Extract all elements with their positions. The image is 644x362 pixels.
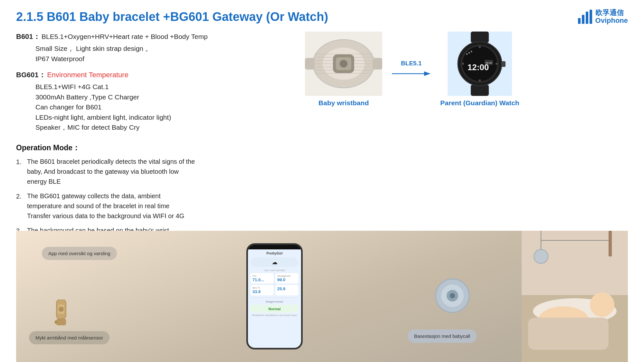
svg-rect-18: [471, 32, 489, 43]
ble-label: BLE5.1: [401, 60, 421, 67]
op-text-2: The BG601 gateway collects the data, amb…: [27, 191, 184, 221]
logo-text: 欧孚通信 Oviphone: [595, 9, 628, 24]
bracelet-image: [305, 32, 382, 96]
bracelet-device-item: Baby wristband: [305, 32, 382, 107]
svg-point-46: [590, 292, 614, 317]
svg-rect-48: [528, 318, 609, 350]
temp-note: Temperature calculations ar you hiccier …: [251, 314, 298, 316]
wristband-small-icon: [52, 300, 71, 329]
svg-point-30: [479, 46, 481, 48]
op-num-1: 1.: [16, 157, 24, 187]
stat-oks-label: Oksygenniv: [277, 274, 297, 277]
cloud-icon: ☁: [272, 259, 278, 266]
phone-notch: [265, 245, 284, 249]
op-item-1: 1. The B601 bracelet periodically detect…: [16, 157, 216, 187]
base-station-icon: [435, 278, 470, 313]
svg-point-36: [59, 307, 64, 312]
bg601-spec2: 3000mAh Battery ,Type C Charger: [35, 92, 216, 102]
svg-point-12: [340, 60, 347, 68]
op-num-2: 2.: [16, 191, 24, 221]
svg-rect-26: [502, 61, 506, 67]
svg-point-29: [470, 51, 472, 52]
ingen-notice: Ingen lyid opplaget: [251, 269, 298, 272]
ble-arrow-area: BLE5.1: [392, 60, 431, 79]
app-name: PrettyGirl: [251, 251, 298, 255]
b601-spec1: BLE5.1+Oxygen+HRV+Heart rate + Blood +Bo…: [42, 33, 208, 40]
svg-rect-19: [471, 85, 489, 96]
b601-spec3: IP67 Waterproof: [35, 54, 216, 64]
logo-cn: 欧孚通信: [595, 9, 628, 17]
svg-rect-13: [305, 58, 315, 70]
svg-point-27: [466, 53, 468, 55]
left-section: B601： BLE5.1+Oxygen+HRV+Heart rate + Blo…: [16, 32, 216, 260]
normal-label: Normal: [269, 307, 281, 311]
bg601-block: BG601： Environment Temperature: [16, 70, 216, 80]
baby-sleep-svg-icon: [522, 231, 628, 362]
bg601-indent: BLE5.1+WIFI +4G Cat.1 3000mAh Battery ,T…: [16, 82, 216, 133]
stat-pul-val: 71.0...: [252, 277, 272, 282]
svg-point-33: [496, 63, 497, 65]
watch-image: 08-06 12:00: [448, 32, 512, 96]
svg-rect-38: [55, 320, 57, 324]
baby-sleep-image: [522, 231, 628, 362]
bg601-spec5: Speaker，MIC for detect Baby Cry: [35, 122, 216, 133]
svg-rect-52: [609, 231, 612, 256]
right-section: Baby wristband BLE5.1: [216, 32, 628, 260]
device-images: Baby wristband BLE5.1: [216, 32, 628, 107]
logo-bars-icon: [578, 10, 592, 24]
watch-svg-icon: 08-06 12:00: [448, 32, 512, 96]
bg601-spec4: LEDs-night light, ambient light, indicat…: [35, 112, 216, 123]
wristband-small: [52, 300, 71, 330]
phone-screen: PrettyGirl ☁ Ingen lyid opplaget Pul. 71…: [248, 249, 301, 348]
bg601-env-temp: Environment Temperature: [47, 71, 128, 79]
svg-point-49: [534, 249, 548, 264]
b601-spec2: Small Size， Light skin strap design 。: [35, 43, 216, 54]
page: 欧孚通信 Oviphone 2.1.5 B601 Baby bracelet +…: [0, 0, 644, 362]
bottom-images: App med oversikt og varsling Mykt armbån…: [16, 231, 628, 362]
svg-rect-14: [373, 58, 382, 70]
svg-text:12:00: 12:00: [468, 62, 489, 72]
bar1: [578, 18, 581, 24]
stat-oks: Oksygenniv 99.0: [275, 273, 298, 283]
b601-block: B601： BLE5.1+Oxygen+HRV+Heart rate + Blo…: [16, 32, 216, 42]
stat-bev-label: Bev.°C: [252, 286, 272, 289]
op-text-1: The B601 bracelet periodically detects t…: [27, 157, 198, 187]
bar2: [582, 15, 584, 24]
watch-label: Parent (Guardian) Watch: [440, 99, 519, 107]
stat-4: 25.9: [275, 285, 298, 295]
ble-arrow-icon: [392, 69, 431, 79]
logo: 欧孚通信 Oviphone: [578, 9, 628, 24]
operation-title: Operation Mode：: [16, 143, 216, 153]
bg601-spec3: Can changer for B601: [35, 102, 216, 112]
bregpnt-label: Bregpnt Arearb: [251, 300, 298, 303]
bar4: [590, 10, 592, 24]
watch-device-item: 08-06 12:00: [440, 32, 519, 107]
logo-en: Oviphone: [595, 17, 628, 24]
op-item-2: 2. The BG601 gateway collects the data, …: [16, 191, 216, 221]
bracelet-svg-icon: [305, 32, 382, 96]
bar3: [586, 12, 588, 24]
svg-point-32: [462, 63, 464, 65]
normal-status: Normal: [251, 305, 298, 312]
screen-divider: [251, 298, 298, 298]
bracelet-label: Baby wristband: [318, 99, 369, 107]
main-layout: B601： BLE5.1+Oxygen+HRV+Heart rate + Blo…: [16, 32, 628, 260]
svg-point-28: [468, 52, 470, 53]
stat-oks-val: 99.0: [277, 277, 297, 282]
cloud-area: ☁: [251, 257, 298, 267]
stat-pul-label: Pul.: [252, 274, 272, 277]
page-title: 2.1.5 B601 Baby bracelet +BG601 Gateway …: [16, 10, 628, 24]
bg601-label: BG601：: [16, 71, 46, 79]
promo-image: App med oversikt og varsling Mykt armbån…: [16, 231, 522, 362]
b601-indent: Small Size， Light skin strap design 。 IP…: [16, 43, 216, 64]
stat-bev: Bev.°C 33.9: [251, 285, 274, 295]
bg601-spec1: BLE5.1+WIFI +4G Cat.1: [35, 82, 216, 92]
svg-point-31: [479, 79, 481, 81]
bubble-top: App med oversikt og varsling: [42, 247, 117, 260]
stat-4-val: 25.9: [277, 286, 297, 291]
stats-grid: Pul. 71.0... Oksygenniv 99.0 Bev.°C 33.9: [251, 273, 298, 295]
svg-marker-16: [424, 71, 431, 76]
bubble-bottom-left: Mykt armbånd med målesensor: [29, 331, 109, 344]
stat-pul: Pul. 71.0...: [251, 273, 274, 283]
phone-mockup: PrettyGirl ☁ Ingen lyid opplaget Pul. 71…: [246, 243, 303, 349]
